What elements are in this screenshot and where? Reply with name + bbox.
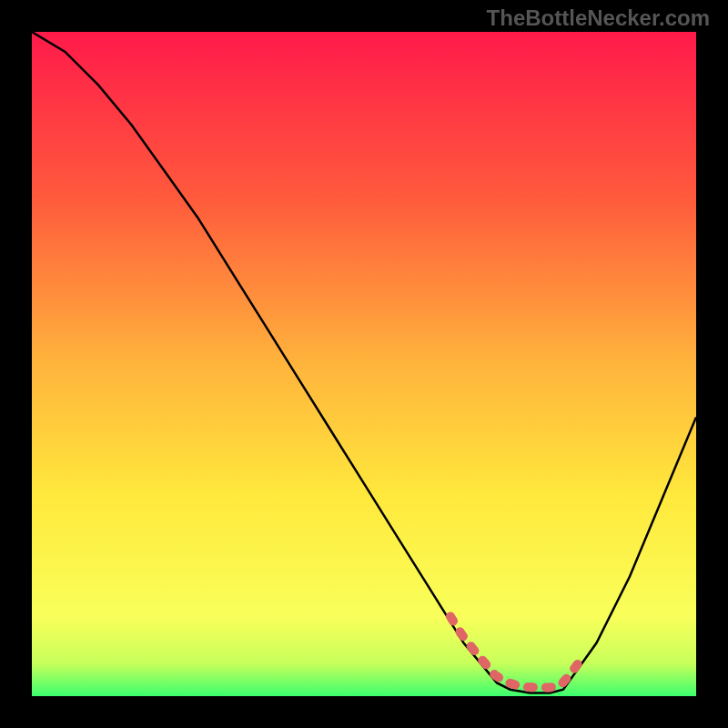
chart-container: TheBottleNecker.com <box>0 0 728 728</box>
optimal-region-marker <box>450 616 583 687</box>
plot-area <box>32 32 696 696</box>
bottleneck-curve <box>32 32 696 693</box>
watermark-text: TheBottleNecker.com <box>487 5 710 31</box>
curve-layer <box>32 32 696 696</box>
